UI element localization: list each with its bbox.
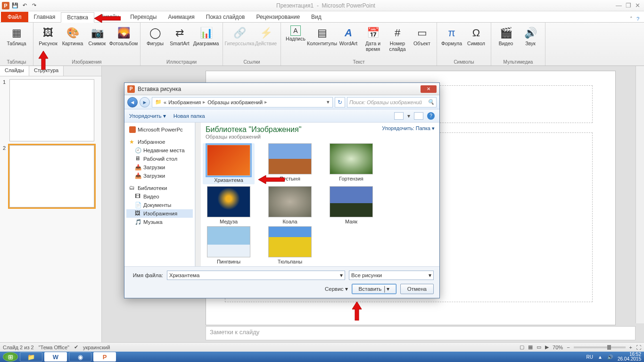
view-reading-icon[interactable]: ▭ — [537, 344, 541, 350]
clipart-button[interactable]: 🎨Картинка — [62, 25, 83, 47]
tab-slideshow[interactable]: Показ слайдов — [200, 12, 251, 22]
tab-animations[interactable]: Анимация — [162, 12, 200, 22]
help-icon[interactable]: ? — [636, 16, 639, 22]
file-koala[interactable]: Коала — [264, 186, 316, 224]
chart-button[interactable]: 📊Диаграмма — [193, 25, 219, 47]
tab-file[interactable]: Файл — [1, 12, 28, 22]
tray-flag-icon[interactable]: ▲ — [598, 354, 603, 360]
tree-recent[interactable]: 🕘Недавние места — [126, 146, 193, 155]
nav-back-button[interactable]: ◄ — [127, 97, 138, 107]
redo-icon[interactable]: ↷ — [30, 2, 38, 9]
tree-desktop[interactable]: 🖥Рабочий стол — [126, 155, 193, 163]
pane-tab-outline[interactable]: Структура — [29, 66, 64, 76]
photoalbum-button[interactable]: 🌄Фотоальбом — [111, 25, 136, 47]
close-icon[interactable]: ✕ — [635, 2, 640, 9]
action-button[interactable]: ⚡Действие — [255, 25, 277, 47]
view-normal-icon[interactable]: ▢ — [520, 344, 524, 350]
file-desert[interactable]: Пустыня — [264, 143, 316, 184]
status-language[interactable]: украинский — [83, 345, 110, 350]
thumb-1[interactable]: 1 — [3, 79, 99, 141]
start-button[interactable]: ⊞ — [3, 352, 18, 362]
breadcrumb[interactable]: 📁 « Изображения▸ Образцы изображений▸ ▾ — [152, 97, 333, 107]
tree-downloads-1[interactable]: 📥Загрузки — [126, 163, 193, 172]
equation-button[interactable]: πФормула — [441, 25, 462, 47]
audio-button[interactable]: 🔊Звук — [520, 25, 541, 47]
ribbon-minimize-icon[interactable]: ˄ — [630, 16, 633, 22]
sort-control[interactable]: Упорядочить: Папка ▾ — [382, 125, 435, 132]
file-tulips[interactable]: Тюльпаны — [264, 226, 316, 264]
pane-tab-slides[interactable]: Слайды — [0, 66, 29, 76]
tray-clock[interactable]: 16:5226.04.2015 — [618, 352, 641, 362]
screenshot-button[interactable]: 📷Снимок — [86, 25, 108, 47]
tree-documents[interactable]: 📄Документы — [126, 201, 193, 209]
notes-pane[interactable]: Заметки к слайду — [206, 326, 636, 340]
tab-review[interactable]: Рецензирование — [250, 12, 305, 22]
zoom-level[interactable]: 70% — [553, 345, 563, 350]
tree-libraries[interactable]: 🗂Библиотеки — [126, 184, 193, 192]
tab-design[interactable]: Дизайн — [94, 12, 124, 22]
tab-view[interactable]: Вид — [305, 12, 327, 22]
file-hydrangea[interactable]: Гортензия — [325, 143, 377, 184]
spellcheck-icon[interactable]: ✔ — [74, 344, 78, 350]
refresh-button[interactable]: ↻ — [335, 97, 345, 107]
undo-icon[interactable]: ↶ — [21, 2, 28, 9]
insert-button[interactable]: Вставить │▾ — [352, 284, 396, 294]
tree-downloads-2[interactable]: 📥Загрузки — [126, 172, 193, 180]
textbox-button[interactable]: AНадпись — [285, 25, 306, 42]
smartart-button[interactable]: ⇄SmartArt — [169, 25, 190, 47]
slidenum-button[interactable]: #Номер слайда — [387, 25, 408, 52]
zoom-in-icon[interactable]: + — [629, 345, 632, 350]
taskbar-chrome[interactable]: ◉ — [69, 352, 91, 362]
tree-music[interactable]: 🎵Музыка — [126, 218, 193, 226]
zoom-slider[interactable] — [574, 346, 626, 348]
tab-transitions[interactable]: Переходы — [124, 12, 162, 22]
tray-lang[interactable]: RU — [586, 354, 593, 360]
file-lighthouse[interactable]: Маяк — [325, 186, 377, 224]
view-mode-button[interactable] — [394, 112, 404, 120]
tree-scrollbar[interactable] — [195, 123, 201, 266]
restore-icon[interactable]: ❐ — [626, 2, 631, 9]
headerfooter-button[interactable]: ▤Колонтитулы — [309, 25, 335, 47]
file-penguins[interactable]: Пингвины — [203, 226, 255, 264]
zoom-out-icon[interactable]: − — [567, 345, 570, 350]
tools-button[interactable]: Сервис ▾ — [325, 286, 348, 292]
video-button[interactable]: 🎬Видео — [495, 25, 517, 47]
filetype-input[interactable]: Все рисунки▾ — [349, 271, 434, 280]
shapes-button[interactable]: ◯Фигуры — [144, 25, 166, 47]
tab-insert[interactable]: Вставка — [61, 12, 94, 23]
hyperlink-button[interactable]: 🔗Гиперссылка — [227, 25, 252, 47]
object-button[interactable]: ▭Объект — [411, 25, 433, 47]
tree-powerpoint[interactable]: Microsoft PowerPс — [126, 125, 193, 134]
tray-network-icon[interactable]: 🔊 — [607, 354, 613, 360]
picture-button[interactable]: 🖼Рисунок — [37, 25, 59, 47]
view-sorter-icon[interactable]: ▦ — [528, 344, 533, 350]
vertical-scrollbar[interactable] — [636, 66, 644, 323]
tree-favorites[interactable]: ★Избранное — [126, 138, 193, 146]
file-chrysanthemum[interactable]: Хризантема — [203, 143, 255, 184]
thumb-2[interactable]: 2 — [3, 145, 99, 207]
taskbar-powerpoint[interactable]: P — [93, 352, 116, 362]
tree-pictures[interactable]: 🖼Изображения — [126, 209, 193, 218]
wordart-button[interactable]: AWordArt — [338, 25, 359, 47]
preview-pane-button[interactable] — [414, 112, 423, 120]
taskbar-word[interactable]: W — [44, 352, 67, 362]
new-folder-button[interactable]: Новая папка — [173, 113, 205, 119]
minimize-icon[interactable]: — — [616, 2, 622, 9]
dialog-close-button[interactable]: ✕ — [421, 85, 437, 93]
nav-forward-button[interactable]: ► — [140, 97, 150, 107]
tree-videos[interactable]: 🎞Видео — [126, 192, 193, 201]
dialog-titlebar[interactable]: P Вставка рисунка ✕ — [124, 83, 439, 95]
search-input[interactable]: Поиск: Образцы изображений 🔍 — [347, 97, 437, 107]
cancel-button[interactable]: Отмена — [400, 284, 434, 294]
file-jellyfish[interactable]: Медуза — [203, 186, 255, 224]
save-icon[interactable]: 💾 — [11, 2, 19, 9]
dialog-help-icon[interactable]: ? — [427, 112, 435, 120]
symbol-button[interactable]: ΩСимвол — [465, 25, 487, 47]
view-slideshow-icon[interactable]: ▶ — [545, 344, 549, 350]
tab-home[interactable]: Главная — [28, 12, 61, 22]
datetime-button[interactable]: 📅Дата и время — [362, 25, 384, 52]
fit-icon[interactable]: ⛶ — [636, 345, 641, 350]
filename-input[interactable]: Хризантема▾ — [167, 271, 345, 280]
organize-button[interactable]: Упорядочить ▾ — [129, 113, 166, 119]
table-button[interactable]: ▦Таблица — [4, 25, 29, 47]
